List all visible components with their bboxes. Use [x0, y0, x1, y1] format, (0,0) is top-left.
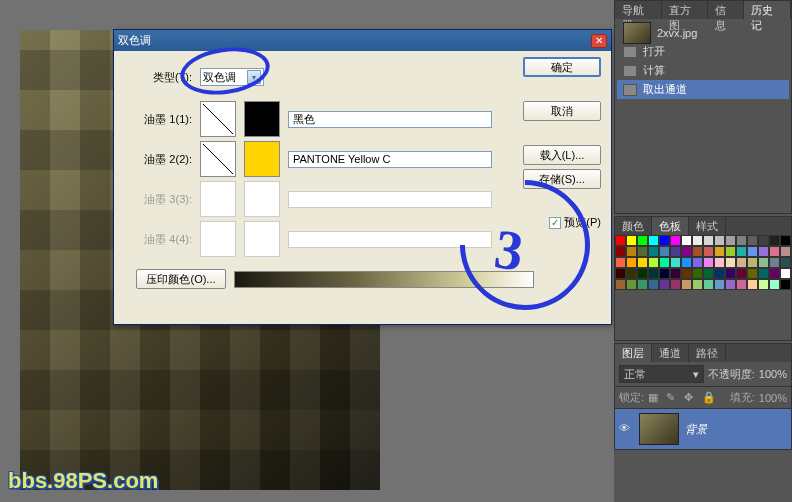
swatch-cell[interactable]	[659, 235, 670, 246]
ink2-swatch[interactable]	[244, 141, 280, 177]
tab-swatches[interactable]: 色板	[652, 217, 689, 235]
swatch-cell[interactable]	[681, 279, 692, 290]
swatch-cell[interactable]	[780, 246, 791, 257]
swatch-cell[interactable]	[637, 235, 648, 246]
swatch-cell[interactable]	[725, 257, 736, 268]
swatch-cell[interactable]	[714, 246, 725, 257]
ink2-name-field[interactable]	[288, 151, 492, 168]
blend-mode-select[interactable]: 正常 ▾	[619, 365, 704, 383]
swatch-cell[interactable]	[681, 235, 692, 246]
swatch-cell[interactable]	[659, 246, 670, 257]
dialog-titlebar[interactable]: 双色调 ✕	[114, 30, 611, 51]
swatch-cell[interactable]	[758, 279, 769, 290]
tab-channels[interactable]: 通道	[652, 344, 689, 362]
swatch-cell[interactable]	[648, 279, 659, 290]
swatch-cell[interactable]	[648, 268, 659, 279]
swatch-cell[interactable]	[736, 268, 747, 279]
ink1-swatch[interactable]	[244, 101, 280, 137]
swatch-cell[interactable]	[637, 246, 648, 257]
swatch-cell[interactable]	[703, 257, 714, 268]
swatch-cell[interactable]	[670, 257, 681, 268]
swatch-cell[interactable]	[615, 279, 626, 290]
swatch-cell[interactable]	[626, 268, 637, 279]
swatch-cell[interactable]	[681, 257, 692, 268]
swatch-cell[interactable]	[758, 268, 769, 279]
history-item[interactable]: 取出通道	[617, 80, 789, 99]
swatch-cell[interactable]	[692, 279, 703, 290]
swatch-cell[interactable]	[747, 246, 758, 257]
swatch-cell[interactable]	[670, 235, 681, 246]
swatch-cell[interactable]	[725, 268, 736, 279]
layer-row[interactable]: 👁 背景	[615, 409, 791, 449]
swatch-cell[interactable]	[615, 268, 626, 279]
tab-histogram[interactable]: 直方图	[662, 1, 709, 19]
swatch-cell[interactable]	[626, 235, 637, 246]
swatch-cell[interactable]	[703, 246, 714, 257]
type-select[interactable]: 双色调 ▾	[200, 68, 264, 86]
lock-transparent-icon[interactable]: ▦	[648, 391, 662, 405]
swatch-cell[interactable]	[725, 246, 736, 257]
ok-button[interactable]: 确定	[523, 57, 601, 77]
swatch-cell[interactable]	[736, 279, 747, 290]
swatch-cell[interactable]	[615, 257, 626, 268]
swatch-cell[interactable]	[692, 235, 703, 246]
overprint-button[interactable]: 压印颜色(O)...	[136, 269, 226, 289]
swatch-cell[interactable]	[780, 279, 791, 290]
visibility-eye-icon[interactable]: 👁	[619, 422, 633, 436]
swatch-cell[interactable]	[780, 235, 791, 246]
swatch-cell[interactable]	[637, 279, 648, 290]
swatch-cell[interactable]	[780, 268, 791, 279]
swatch-cell[interactable]	[769, 268, 780, 279]
swatch-cell[interactable]	[637, 268, 648, 279]
swatch-cell[interactable]	[758, 257, 769, 268]
save-button[interactable]: 存储(S)...	[523, 169, 601, 189]
swatch-cell[interactable]	[692, 246, 703, 257]
swatch-cell[interactable]	[736, 257, 747, 268]
tab-info[interactable]: 信息	[708, 1, 744, 19]
swatch-cell[interactable]	[648, 257, 659, 268]
swatch-cell[interactable]	[703, 279, 714, 290]
swatch-cell[interactable]	[714, 279, 725, 290]
swatch-cell[interactable]	[659, 257, 670, 268]
swatch-cell[interactable]	[769, 279, 780, 290]
swatch-cell[interactable]	[736, 235, 747, 246]
swatch-cell[interactable]	[747, 235, 758, 246]
swatch-cell[interactable]	[714, 257, 725, 268]
swatch-cell[interactable]	[769, 257, 780, 268]
tab-layers[interactable]: 图层	[615, 344, 652, 362]
swatch-cell[interactable]	[626, 279, 637, 290]
lock-brush-icon[interactable]: ✎	[666, 391, 680, 405]
swatch-cell[interactable]	[659, 268, 670, 279]
swatch-cell[interactable]	[681, 268, 692, 279]
swatch-cell[interactable]	[769, 246, 780, 257]
swatch-cell[interactable]	[670, 279, 681, 290]
lock-all-icon[interactable]: 🔒	[702, 391, 716, 405]
swatch-cell[interactable]	[747, 268, 758, 279]
cancel-button[interactable]: 取消	[523, 101, 601, 121]
tab-history[interactable]: 历史记	[744, 1, 791, 19]
swatch-cell[interactable]	[637, 257, 648, 268]
ink2-curve[interactable]	[200, 141, 236, 177]
swatch-cell[interactable]	[681, 246, 692, 257]
load-button[interactable]: 载入(L)...	[523, 145, 601, 165]
ink1-curve[interactable]	[200, 101, 236, 137]
history-item[interactable]: 计算	[617, 61, 789, 80]
swatch-cell[interactable]	[714, 268, 725, 279]
swatch-cell[interactable]	[648, 235, 659, 246]
swatch-cell[interactable]	[758, 246, 769, 257]
swatch-cell[interactable]	[714, 235, 725, 246]
ink1-name-field[interactable]	[288, 111, 492, 128]
swatch-cell[interactable]	[736, 246, 747, 257]
swatch-cell[interactable]	[747, 279, 758, 290]
swatch-cell[interactable]	[780, 257, 791, 268]
swatch-cell[interactable]	[769, 235, 780, 246]
swatch-cell[interactable]	[615, 235, 626, 246]
swatch-cell[interactable]	[758, 235, 769, 246]
swatch-cell[interactable]	[703, 235, 714, 246]
swatch-cell[interactable]	[692, 257, 703, 268]
swatch-cell[interactable]	[703, 268, 714, 279]
opacity-value[interactable]: 100%	[759, 368, 787, 380]
swatch-cell[interactable]	[626, 246, 637, 257]
swatch-cell[interactable]	[670, 246, 681, 257]
swatch-cell[interactable]	[725, 279, 736, 290]
